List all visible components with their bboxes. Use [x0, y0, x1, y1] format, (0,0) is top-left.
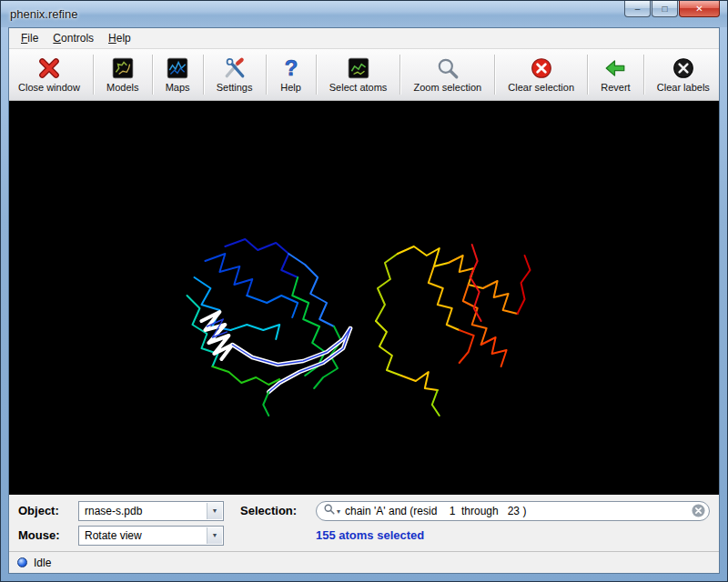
selection-input[interactable]: chain 'A' and (resid 1 through 23 ) — [342, 505, 692, 517]
help-icon: ? — [279, 56, 303, 80]
svg-text:?: ? — [284, 56, 298, 80]
toolbar-button-settings[interactable]: Settings — [215, 55, 255, 95]
models-icon — [111, 56, 135, 80]
object-select-value: rnase-s.pdb — [85, 505, 223, 517]
window-controls: – □ ✕ — [623, 1, 727, 17]
client-area: File Controls Help Close window Mo — [8, 27, 720, 574]
revert-icon — [603, 56, 627, 80]
toolbar-button-revert[interactable]: Revert — [599, 55, 632, 95]
toolbar-button-label: Settings — [217, 82, 253, 93]
chevron-down-icon[interactable]: ▼ — [207, 503, 222, 519]
title-bar[interactable]: phenix.refine – □ ✕ — [1, 1, 727, 27]
toolbar-button-label: Help — [280, 82, 301, 93]
menu-controls[interactable]: Controls — [46, 29, 101, 47]
app-window: phenix.refine – □ ✕ File Controls Help C… — [0, 0, 728, 582]
toolbar-separator — [93, 55, 94, 95]
molecule-render[interactable] — [9, 101, 719, 495]
toolbar-separator — [203, 55, 204, 95]
selection-label: Selection: — [240, 504, 316, 517]
toolbar-separator — [399, 55, 400, 95]
clear-selection-icon — [530, 56, 553, 80]
toolbar-button-label: Revert — [601, 82, 630, 93]
toolbar-separator — [643, 55, 644, 95]
object-label: Object: — [18, 504, 78, 517]
settings-icon — [223, 56, 247, 80]
mouse-mode-value: Rotate view — [85, 529, 223, 542]
mouse-mode-select[interactable]: Rotate view ▼ — [78, 526, 224, 546]
minimize-button[interactable]: – — [624, 1, 651, 17]
search-menu-chevron-icon[interactable]: ▾ — [337, 507, 340, 516]
toolbar-button-select-atoms[interactable]: Select atoms — [328, 55, 389, 95]
toolbar-button-maps[interactable]: Maps — [164, 55, 192, 95]
toolbar-button-close-window[interactable]: Close window — [16, 55, 82, 95]
toolbar-button-clear-selection[interactable]: Clear selection — [506, 55, 576, 95]
toolbar-separator — [494, 55, 495, 95]
chevron-down-icon[interactable]: ▼ — [207, 527, 222, 544]
control-panel: Object: rnase-s.pdb ▼ Selection: ▾ chain… — [9, 495, 719, 551]
toolbar-button-help[interactable]: ? Help — [278, 55, 305, 95]
window-frame: File Controls Help Close window Mo — [1, 27, 727, 581]
toolbar-button-label: Clear selection — [508, 82, 574, 93]
status-bar: Idle — [9, 551, 719, 573]
menu-help[interactable]: Help — [101, 29, 138, 47]
toolbar-button-label: Maps — [166, 82, 190, 93]
control-row-object: Object: rnase-s.pdb ▼ Selection: ▾ chain… — [9, 499, 719, 522]
selection-highlight — [201, 312, 350, 416]
window-title: phenix.refine — [10, 7, 77, 21]
toolbar-button-zoom-selection[interactable]: Zoom selection — [412, 55, 484, 95]
toolbar-button-label: Zoom selection — [414, 82, 482, 93]
toolbar-button-label: Clear labels — [657, 82, 710, 93]
control-row-mouse: Mouse: Rotate view ▼ 155 atoms selected — [9, 524, 719, 547]
toolbar-button-label: Models — [106, 82, 138, 93]
maps-icon — [166, 56, 189, 80]
toolbar-button-clear-labels[interactable]: Clear labels — [655, 55, 712, 95]
close-window-icon — [37, 56, 61, 80]
object-select[interactable]: rnase-s.pdb ▼ — [78, 501, 224, 521]
search-icon[interactable] — [323, 503, 336, 518]
toolbar-button-models[interactable]: Models — [105, 55, 140, 95]
menu-file[interactable]: File — [14, 29, 46, 47]
molecule-viewport[interactable] — [9, 101, 719, 495]
clear-labels-icon — [672, 56, 695, 80]
mouse-label: Mouse: — [18, 528, 78, 542]
toolbar-separator — [587, 55, 588, 95]
toolbar-separator — [152, 55, 153, 95]
toolbar-button-label: Close window — [18, 82, 80, 93]
zoom-selection-icon — [436, 56, 460, 80]
toolbar-separator — [266, 55, 267, 95]
close-button[interactable]: ✕ — [679, 1, 720, 17]
maximize-button[interactable]: □ — [652, 1, 678, 17]
toolbar-separator — [316, 55, 317, 95]
status-text: Idle — [34, 557, 51, 569]
menu-bar: File Controls Help — [9, 28, 719, 49]
selection-search-box[interactable]: ▾ chain 'A' and (resid 1 through 23 ) — [316, 501, 710, 521]
clear-search-icon[interactable] — [692, 504, 705, 517]
toolbar: Close window Models Maps — [9, 49, 719, 101]
select-atoms-icon — [347, 56, 370, 80]
status-led-icon — [17, 557, 27, 567]
molecule-right-domain — [376, 245, 531, 416]
atoms-selected-count: 155 atoms selected — [316, 528, 424, 542]
toolbar-button-label: Select atoms — [329, 82, 388, 93]
